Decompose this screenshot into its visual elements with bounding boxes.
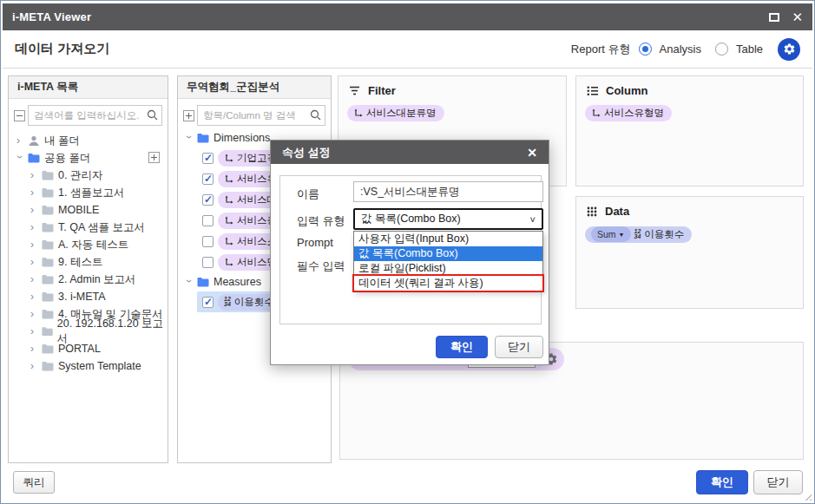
tree-item[interactable]: ›20. 192.168.1.20 보고서 <box>9 323 168 340</box>
data-field-pill[interactable]: Sum▼ 1234 이용횟수 <box>585 226 692 243</box>
filter-field-pill[interactable]: 서비스대분류명 <box>347 105 444 121</box>
chevron-right-icon[interactable]: › <box>30 204 37 216</box>
tree-item[interactable]: ›PORTAL <box>9 340 168 357</box>
dimension-icon <box>224 216 233 226</box>
folder-icon <box>42 187 54 198</box>
window-title: i-META Viewer <box>12 10 91 23</box>
chevron-right-icon[interactable]: › <box>30 169 37 181</box>
folder-icon <box>42 222 54 232</box>
dialog-confirm-button[interactable]: 확인 <box>436 336 488 358</box>
query-button[interactable]: 쿼리 <box>13 471 55 494</box>
chevron-right-icon[interactable]: › <box>30 187 37 199</box>
chevron-right-icon[interactable]: › <box>30 360 37 372</box>
expand-node-icon[interactable] <box>148 152 160 163</box>
dialog-close-button[interactable]: 닫기 <box>495 336 543 358</box>
dimension-icon <box>353 108 363 118</box>
tree-item[interactable]: ›1. 샘플보고서 <box>9 184 168 201</box>
tree-item-label: MOBILE <box>58 204 99 216</box>
folder-icon <box>42 170 54 180</box>
confirm-button[interactable]: 확인 <box>696 470 748 494</box>
maximize-icon[interactable] <box>769 13 779 22</box>
radio-table[interactable] <box>715 43 728 56</box>
chevron-right-icon[interactable]: › <box>16 134 23 147</box>
numeric-measure-icon: 1234 <box>634 229 641 239</box>
dimension-icon <box>224 174 233 184</box>
aggregation-selector[interactable]: Sum▼ <box>591 226 631 242</box>
data-zone: Data Sum▼ 1234 이용횟수 <box>575 196 804 309</box>
tree-item-label: 2. Admin 보고서 <box>58 272 136 287</box>
folder-icon <box>28 153 40 163</box>
chevron-down-icon[interactable]: › <box>14 155 26 162</box>
chevron-down-icon[interactable]: › <box>183 135 195 142</box>
checkbox-unchecked[interactable] <box>202 257 214 268</box>
collapse-all-icon[interactable] <box>14 110 25 121</box>
checkbox-checked[interactable] <box>202 153 214 164</box>
folder-icon <box>42 344 54 354</box>
dimension-icon <box>224 195 233 205</box>
settings-button[interactable] <box>778 38 800 61</box>
chevron-down-icon[interactable]: › <box>183 279 195 286</box>
chevron-right-icon[interactable]: › <box>30 343 37 355</box>
column-search-input[interactable] <box>197 105 325 126</box>
checkbox-unchecked[interactable] <box>202 215 214 226</box>
close-button[interactable]: 닫기 <box>753 470 803 494</box>
column-list-icon <box>587 86 598 95</box>
numeric-measure-icon: 1234 <box>224 297 231 307</box>
search-icon[interactable] <box>310 109 321 121</box>
chevron-right-icon[interactable]: › <box>30 291 37 303</box>
name-input[interactable] <box>353 181 543 202</box>
measures-label: Measures <box>214 276 261 288</box>
search-icon[interactable] <box>147 109 158 121</box>
tree-item[interactable]: ›9. 테스트 <box>9 253 168 271</box>
chevron-right-icon[interactable]: › <box>30 308 37 320</box>
expand-all-icon[interactable] <box>183 110 194 121</box>
folder-icon <box>197 277 209 287</box>
checkbox-checked[interactable] <box>202 173 214 185</box>
chevron-right-icon[interactable]: › <box>30 256 37 268</box>
column-zone: Column 서비스유형명 <box>575 75 804 187</box>
close-icon[interactable]: ✕ <box>792 10 803 23</box>
column-field-pill[interactable]: 서비스유형명 <box>585 105 672 121</box>
tree-item-my-folder[interactable]: › 내 폴더 <box>9 132 168 149</box>
dropdown-option[interactable]: 사용자 입력(Input Box) <box>354 232 542 246</box>
tree-item[interactable]: ›System Template <box>9 357 168 375</box>
tree-item-label: T. QA 샘플 보고서 <box>58 220 145 235</box>
dropdown-option-selected[interactable]: 값 목록(Combo Box) <box>354 246 542 261</box>
tree-item[interactable]: ›A. 자동 테스트 <box>9 236 168 253</box>
checkbox-checked[interactable] <box>202 297 214 308</box>
radio-analysis-label: Analysis <box>660 43 701 56</box>
chevron-right-icon[interactable]: › <box>30 239 37 251</box>
dataset-title: 무역협회_군집분석 <box>178 76 331 99</box>
folder-tree: › 내 폴더 › 공용 폴더 ›0. 관리자 ›1. 샘플보고서 ›MOBILE… <box>9 132 168 375</box>
folder-icon <box>42 239 54 250</box>
tree-item[interactable]: ›MOBILE <box>9 201 168 219</box>
dialog-title: 속성 설정 <box>282 145 331 160</box>
tree-item[interactable]: ›T. QA 샘플 보고서 <box>9 219 168 236</box>
tree-item-shared-folder[interactable]: › 공용 폴더 <box>9 149 168 167</box>
search-input[interactable] <box>28 105 162 126</box>
report-type-group: Report 유형 Analysis Table <box>571 38 800 61</box>
checkbox-unchecked[interactable] <box>202 236 214 247</box>
tree-item[interactable]: ›0. 관리자 <box>9 167 168 184</box>
folder-icon <box>42 309 54 319</box>
tree-item-label: 내 폴더 <box>44 134 80 148</box>
tree-item[interactable]: ›2. Admin 보고서 <box>9 271 168 288</box>
gear-icon <box>783 43 796 56</box>
resize-grip[interactable] <box>803 492 812 501</box>
dropdown-option[interactable]: 로컬 파일(Picklist) <box>354 261 542 276</box>
input-type-combobox[interactable]: 값 목록(Combo Box) ˅ <box>353 208 543 230</box>
chevron-right-icon[interactable]: › <box>30 325 37 337</box>
folder-icon <box>42 291 54 302</box>
aggregation-label: Sum <box>597 229 616 239</box>
radio-analysis[interactable] <box>639 43 652 56</box>
checkbox-checked[interactable] <box>202 194 214 206</box>
data-grid-icon <box>587 206 597 217</box>
data-zone-title: Data <box>605 205 629 218</box>
dialog-close-icon[interactable]: ✕ <box>527 146 537 160</box>
chevron-right-icon[interactable]: › <box>30 221 37 233</box>
chevron-right-icon[interactable]: › <box>30 273 37 285</box>
tree-item-label: 0. 관리자 <box>58 168 102 183</box>
input-type-value: 값 목록(Combo Box) <box>361 212 461 226</box>
tree-item[interactable]: ›3. i-META <box>9 288 168 305</box>
dropdown-option-annotated[interactable]: 데이터 셋(쿼리 결과 사용) <box>354 276 542 291</box>
